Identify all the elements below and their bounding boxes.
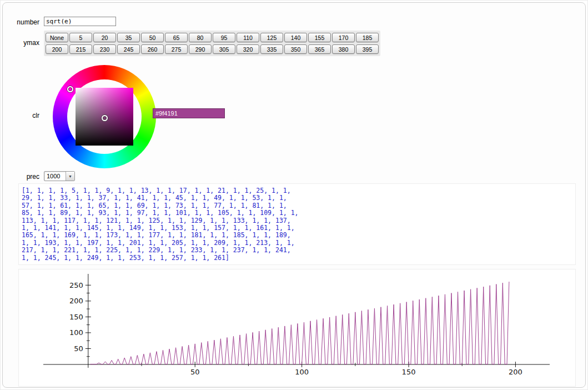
color-hex-input[interactable] (153, 108, 225, 118)
screenshot-frame: number ymax None520355065809511012514015… (0, 0, 588, 390)
saturation-value-marker[interactable] (102, 115, 108, 121)
svg-text:50: 50 (190, 368, 200, 376)
plot-box: 5010015020050100150200250 (18, 269, 576, 387)
ymax-button-35[interactable]: 35 (117, 33, 140, 42)
ymax-button-80[interactable]: 80 (189, 33, 212, 42)
ymax-button-380[interactable]: 380 (332, 44, 355, 54)
clr-label: clr (3, 112, 39, 119)
svg-text:100: 100 (69, 328, 83, 337)
svg-text:100: 100 (295, 368, 309, 376)
ymax-button-none[interactable]: None (46, 33, 68, 42)
ymax-button-125[interactable]: 125 (260, 33, 283, 42)
ymax-button-50[interactable]: 50 (141, 33, 164, 42)
hue-marker[interactable] (67, 86, 73, 92)
ymax-button-335[interactable]: 335 (260, 44, 283, 54)
svg-text:250: 250 (69, 281, 83, 289)
ymax-button-365[interactable]: 365 (308, 44, 331, 54)
ymax-button-110[interactable]: 110 (237, 33, 259, 42)
prec-select[interactable]: 1000 ▼ (44, 171, 75, 181)
ymax-button-305[interactable]: 305 (213, 44, 235, 54)
ymax-button-260[interactable]: 260 (141, 44, 164, 54)
number-label: number (3, 18, 39, 26)
ymax-button-230[interactable]: 230 (93, 44, 116, 54)
ymax-button-290[interactable]: 290 (189, 44, 212, 54)
interact-cell: number ymax None520355065809511012514015… (2, 2, 586, 388)
ymax-button-185[interactable]: 185 (356, 33, 379, 42)
ymax-label: ymax (3, 39, 39, 47)
chevron-down-icon: ▼ (66, 172, 74, 181)
ymax-button-row-1: 2002152302452602752903053203353503653803… (46, 43, 379, 55)
ymax-button-5[interactable]: 5 (69, 33, 92, 42)
svg-text:150: 150 (69, 313, 83, 321)
ymax-button-215[interactable]: 215 (69, 44, 92, 54)
svg-text:50: 50 (74, 344, 83, 353)
prec-select-value: 1000 (44, 172, 66, 181)
ymax-button-320[interactable]: 320 (237, 44, 259, 54)
number-input[interactable] (44, 17, 116, 26)
ymax-button-140[interactable]: 140 (284, 33, 307, 42)
color-wheel[interactable] (53, 65, 156, 168)
svg-text:200: 200 (69, 297, 83, 305)
ymax-button-panel: None5203550658095110125140155170185 2002… (44, 31, 380, 56)
ymax-button-155[interactable]: 155 (308, 33, 331, 42)
ymax-button-20[interactable]: 20 (93, 33, 116, 42)
ymax-button-350[interactable]: 350 (284, 44, 307, 54)
svg-text:200: 200 (509, 368, 522, 376)
ymax-button-200[interactable]: 200 (46, 44, 68, 54)
svg-text:150: 150 (402, 368, 416, 376)
ymax-button-275[interactable]: 275 (165, 44, 188, 54)
ymax-button-65[interactable]: 65 (165, 33, 188, 42)
ymax-button-245[interactable]: 245 (117, 44, 140, 54)
plot: 5010015020050100150200250 (19, 269, 575, 386)
output-text: [1, 1, 1, 1, 5, 1, 1, 9, 1, 1, 13, 1, 1,… (19, 184, 575, 262)
ymax-button-row-0: None5203550658095110125140155170185 (46, 32, 379, 43)
prec-label: prec (3, 173, 39, 181)
ymax-button-95[interactable]: 95 (213, 33, 235, 42)
ymax-button-395[interactable]: 395 (356, 44, 379, 54)
ymax-button-170[interactable]: 170 (332, 33, 355, 42)
output-box: [1, 1, 1, 1, 5, 1, 1, 9, 1, 1, 13, 1, 1,… (18, 183, 576, 265)
